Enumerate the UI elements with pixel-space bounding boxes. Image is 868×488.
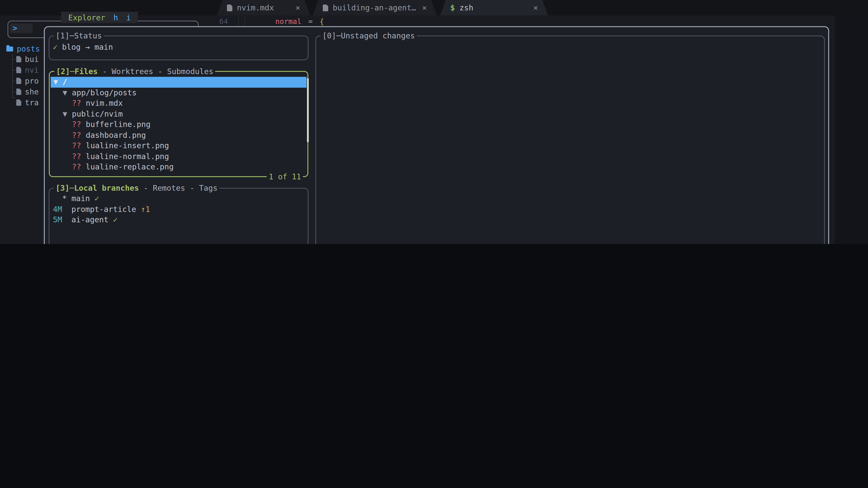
file-icon [16,99,21,106]
explorer-title: Explorer [68,13,105,22]
tree-file-item[interactable]: nvi [16,65,39,75]
tab-label: nvim.mdx [237,3,274,12]
lazygit-window: [1]─Status ✓blog → main [2]─Files - Work… [44,26,829,244]
tree-connector [12,92,16,92]
branches-panel[interactable]: [3]─Local branches - Remotes - Tags * ma… [49,188,308,244]
check-icon: ✓ [53,42,58,52]
editor-line-number: 64 [219,17,228,27]
close-icon[interactable]: × [296,3,301,12]
screen: nvim.mdx × building-an-agent… × $ zsh × … [0,0,868,244]
status-panel-title: [1]─Status [54,30,104,41]
editor-code-keyword: normal [275,17,302,27]
tab-building-an-agent[interactable]: building-an-agent… × [313,0,437,15]
explorer-winbar: Explorer h i [61,12,138,23]
indent-guide [238,17,239,26]
file-icon [227,4,232,11]
file-row[interactable]: ?? lualine-replace.png [53,162,304,172]
file-row[interactable]: ?? dashboard.png [53,130,304,140]
editor-code-operator: = [308,17,313,27]
status-panel[interactable]: [1]─Status ✓blog → main [49,36,308,60]
file-row[interactable]: ?? bufferline.png [53,119,304,130]
tree-file-label: bui [25,54,39,64]
file-icon [16,67,21,73]
file-row[interactable]: ▼ public/nvim [53,109,304,119]
close-icon[interactable]: × [533,3,538,12]
unstaged-changes-panel[interactable]: [0]─Unstaged changes [315,36,825,244]
check-icon: ✓ [94,194,99,203]
tab-nvim-mdx[interactable]: nvim.mdx × [217,0,310,15]
branch-row[interactable]: 5M ai-agent ✓ [53,215,304,225]
files-panel[interactable]: [2]─Files - Worktrees - Submodules ▼ / ▼… [49,71,308,177]
tab-label: zsh [460,3,473,12]
tree-file-item[interactable]: pro [16,76,39,86]
files-panel-title: [2]─Files - Worktrees - Submodules [54,66,215,77]
explorer-hint-h: h [114,13,118,22]
branches-panel-title: [3]─Local branches - Remotes - Tags [54,183,219,193]
tree-indent-line [12,54,13,98]
check-icon: ✓ [113,215,118,224]
tree-connector [12,70,16,70]
tree-file-label: nvi [25,65,39,75]
terminal-icon: $ [450,3,455,12]
status-branch-row[interactable]: ✓blog → main [53,42,304,53]
tree-connector [12,98,16,98]
tree-file-item[interactable]: she [16,87,39,97]
file-icon [16,78,21,84]
tree-file-item[interactable]: bui [16,54,39,64]
indent-guide [245,17,245,26]
editor-right-gutter [835,15,868,244]
file-row[interactable]: ▼ app/blog/posts [53,88,304,98]
ahead-badge: ↑1 [141,204,150,214]
file-row-selected[interactable]: ▼ / [51,77,307,88]
tree-file-item[interactable]: tra [16,98,39,107]
tree-folder-posts[interactable]: posts [6,44,40,54]
scrollbar[interactable] [307,78,309,142]
tree-connector [12,59,16,60]
tree-file-label: tra [25,98,39,107]
editor-code-brace: { [320,17,324,27]
file-row[interactable]: ?? lualine-insert.png [53,140,304,151]
folder-open-icon [6,46,13,51]
tree-file-label: she [25,87,39,97]
file-row[interactable]: ?? lualine-normal.png [53,151,304,162]
branch-row[interactable]: 4M prompt-article ↑1 [53,204,304,215]
status-branch-text: blog → main [62,42,113,52]
tree-folder-label: posts [17,44,40,54]
unstaged-panel-title: [0]─Unstaged changes [320,30,416,41]
chevron-right-icon[interactable]: > [10,24,33,33]
files-count: 1 of 11 [267,172,303,182]
branch-row[interactable]: * main ✓ [53,193,304,204]
file-icon [323,4,328,11]
file-row[interactable]: ?? nvim.mdx [53,98,304,109]
file-icon [16,56,21,62]
tab-zsh[interactable]: $ zsh × [440,0,548,15]
tree-file-label: pro [25,76,39,86]
file-icon [16,89,21,95]
close-icon[interactable]: × [422,3,427,12]
tree-connector [12,81,16,81]
tab-label: building-an-agent… [333,3,416,12]
explorer-hint-i: i [126,13,131,22]
